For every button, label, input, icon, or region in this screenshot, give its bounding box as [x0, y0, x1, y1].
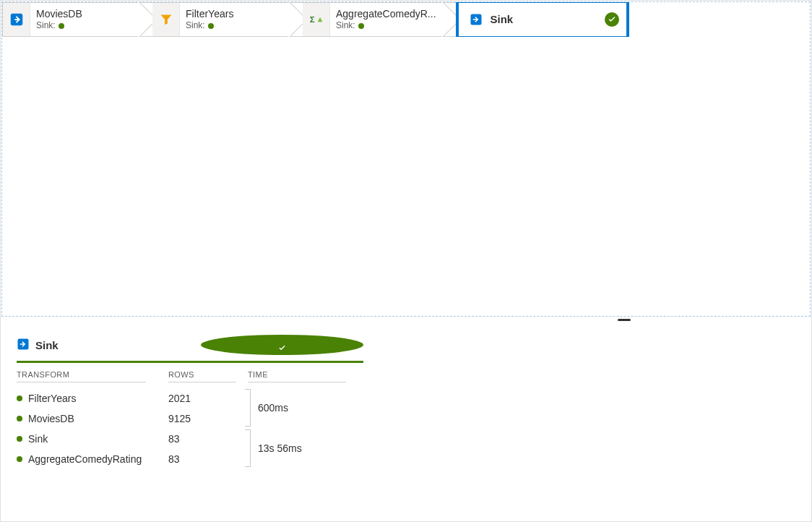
status-dot-icon	[17, 436, 22, 442]
node-subtitle: Sink:	[36, 20, 82, 31]
details-title: Sink	[35, 339, 59, 351]
svg-text:Σ: Σ	[309, 14, 314, 24]
node-title: AggregateComedyR...	[336, 8, 436, 21]
app-root: MoviesDB Sink: Fi	[0, 0, 812, 522]
flow-node-moviesdb[interactable]: MoviesDB Sink:	[2, 2, 154, 37]
col-header-transform: TRANSFORM	[17, 366, 146, 382]
flow-node-sink[interactable]: Sink	[456, 2, 629, 37]
flow-row: MoviesDB Sink: Fi	[2, 2, 810, 37]
flow-node-filteryears[interactable]: FilterYears Sink:	[152, 2, 304, 37]
flow-node-aggregate[interactable]: Σ AggregateComedyR... Sink:	[303, 2, 457, 37]
sink-icon	[466, 13, 486, 26]
status-dot-icon	[358, 23, 364, 29]
node-title: Sink	[491, 13, 514, 27]
success-check-icon	[201, 335, 363, 355]
flow-canvas[interactable]: MoviesDB Sink: Fi	[1, 1, 811, 317]
rows-value: 83	[168, 449, 248, 469]
details-table: TRANSFORM FilterYears MoviesDB Sink Aggr…	[17, 366, 363, 469]
time-value: 600ms	[258, 402, 288, 414]
node-subtitle: Sink:	[186, 20, 233, 31]
node-title: MoviesDB	[36, 8, 82, 21]
status-dot-icon	[17, 456, 22, 462]
rows-value: 2021	[168, 388, 248, 408]
status-dot-icon	[59, 23, 64, 29]
rows-value: 9125	[168, 408, 248, 429]
source-icon	[3, 3, 30, 36]
sink-icon	[17, 338, 30, 353]
time-brackets: 600ms 13s 56ms	[245, 388, 302, 469]
table-row: FilterYears	[17, 388, 168, 408]
table-row: Sink	[17, 429, 168, 449]
pane-splitter[interactable]	[1, 317, 811, 322]
table-row: MoviesDB	[17, 408, 168, 429]
rows-value: 83	[168, 429, 248, 449]
details-header: Sink	[17, 335, 363, 363]
status-dot-icon	[208, 23, 214, 29]
filter-icon	[152, 3, 180, 36]
status-dot-icon	[17, 395, 22, 401]
aggregate-icon: Σ	[303, 3, 330, 36]
details-panel: Sink TRANSFORM FilterYears MoviesDB Sink…	[1, 322, 811, 521]
col-header-rows: ROWS	[168, 366, 236, 382]
col-header-time: TIME	[248, 366, 346, 382]
time-value: 13s 56ms	[258, 442, 302, 454]
success-check-icon	[605, 12, 619, 27]
node-subtitle: Sink:	[336, 20, 436, 31]
status-dot-icon	[17, 416, 22, 422]
table-row: AggregateComedyRating	[17, 449, 168, 469]
node-title: FilterYears	[186, 8, 233, 21]
